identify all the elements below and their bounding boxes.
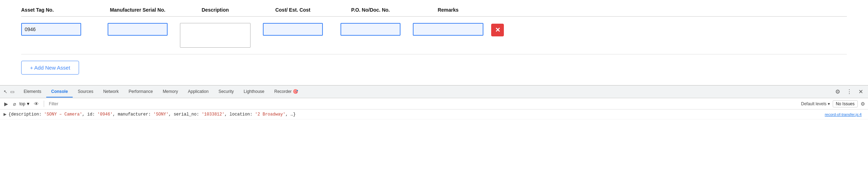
cost-input[interactable] xyxy=(263,23,323,36)
serial-no-input[interactable] xyxy=(108,23,168,36)
table-header: Asset Tag No. Manufacturer Serial No. De… xyxy=(21,7,847,17)
tab-elements[interactable]: Elements xyxy=(19,86,46,98)
tab-application[interactable]: Application xyxy=(183,86,213,98)
tab-sources[interactable]: Sources xyxy=(73,86,98,98)
devtools-toolbar: ▶ ⌀ top ▼ 👁 Default levels ▾ No Issues ⚙ xyxy=(0,98,868,110)
tab-recorder[interactable]: Recorder 🎯 xyxy=(269,86,303,98)
cell-description xyxy=(176,22,254,48)
devtools-right-icons: ⚙ ⋮ ✕ xyxy=(834,87,866,96)
tab-memory[interactable]: Memory xyxy=(158,86,183,98)
cell-po-no xyxy=(332,22,409,36)
devtools-tabs: ↖ ▭ Elements Console Sources Network Per… xyxy=(0,85,868,98)
cell-serial-no xyxy=(99,22,176,36)
devtools-panel: ↖ ▭ Elements Console Sources Network Per… xyxy=(0,85,868,119)
default-levels-button[interactable]: Default levels ▾ xyxy=(801,101,830,106)
cell-asset-tag xyxy=(21,22,99,36)
col-po-no: P.O. No/Doc. No. xyxy=(332,7,409,13)
file-reference-link[interactable]: record-of-transfer.js:4 xyxy=(825,112,864,117)
row-divider xyxy=(21,54,847,54)
col-remarks: Remarks xyxy=(409,7,487,13)
add-new-asset-button[interactable]: + Add New Asset xyxy=(21,61,79,75)
asset-tag-input[interactable] xyxy=(21,23,81,36)
eye-icon[interactable]: 👁 xyxy=(32,100,40,107)
close-devtools-icon[interactable]: ✕ xyxy=(857,87,864,96)
table-row: ✕ xyxy=(21,22,847,48)
console-expand-arrow[interactable]: ▶ xyxy=(4,112,6,117)
no-issues-button[interactable]: No Issues xyxy=(833,100,858,107)
console-output-text: {description: 'SONY – Camera', id: '0946… xyxy=(8,112,296,117)
dropdown-arrow-icon: ▼ xyxy=(26,101,30,106)
tab-network[interactable]: Network xyxy=(98,86,123,98)
default-levels-area: Default levels ▾ No Issues ⚙ xyxy=(801,100,865,107)
remarks-input[interactable] xyxy=(413,23,483,36)
main-area: Asset Tag No. Manufacturer Serial No. De… xyxy=(0,0,868,85)
block-icon[interactable]: ⌀ xyxy=(12,100,17,107)
cursor-icon[interactable]: ↖ xyxy=(2,88,9,95)
cell-cost xyxy=(254,22,332,36)
col-cost: Cost/ Est. Cost xyxy=(254,7,332,13)
filter-input[interactable] xyxy=(49,101,799,106)
description-input[interactable] xyxy=(180,23,251,48)
console-output-row: ▶ {description: 'SONY – Camera', id: '09… xyxy=(0,110,868,119)
toolbar-settings-icon[interactable]: ⚙ xyxy=(861,101,865,107)
top-label: top xyxy=(19,101,25,106)
delete-row-button[interactable]: ✕ xyxy=(491,24,504,36)
tab-lighthouse[interactable]: Lighthouse xyxy=(239,86,270,98)
top-context-dropdown[interactable]: top ▼ xyxy=(19,101,30,106)
cell-remarks xyxy=(409,22,487,36)
toolbar-separator xyxy=(44,101,44,107)
settings-gear-icon[interactable]: ⚙ xyxy=(834,87,842,96)
tab-performance[interactable]: Performance xyxy=(123,86,158,98)
col-asset-tag: Asset Tag No. xyxy=(21,7,99,13)
clear-console-icon[interactable]: ▶ xyxy=(3,100,10,107)
tab-console[interactable]: Console xyxy=(46,86,73,98)
more-options-icon[interactable]: ⋮ xyxy=(845,87,854,96)
po-no-input[interactable] xyxy=(340,23,400,36)
col-description: Description xyxy=(176,7,254,13)
device-icon[interactable]: ▭ xyxy=(9,88,16,95)
col-serial-no: Manufacturer Serial No. xyxy=(99,7,176,13)
tab-security[interactable]: Security xyxy=(213,86,239,98)
cell-delete: ✕ xyxy=(487,22,508,36)
